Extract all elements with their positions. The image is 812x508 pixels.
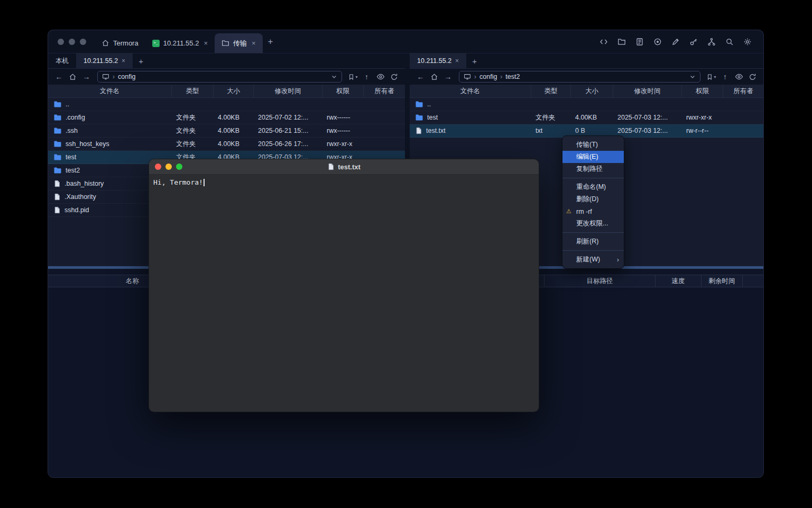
zoom-window-button[interactable]: [80, 39, 86, 45]
menu-item-transfer[interactable]: 传输(T): [562, 139, 624, 151]
file-icon: [327, 163, 335, 170]
column-header-filename[interactable]: 文件名: [410, 85, 531, 97]
tab-transfer[interactable]: 传输 ×: [215, 33, 263, 53]
column-header-type[interactable]: 类型: [172, 85, 214, 97]
file-row[interactable]: .config文件夹4.00KB2025-07-02 12:...rwx----…: [48, 111, 405, 124]
menu-item-refresh[interactable]: 刷新(R): [562, 235, 624, 248]
tab-remote-host[interactable]: 10.211.55.2 ×: [410, 53, 466, 68]
editor-window-controls: [155, 164, 182, 170]
forward-button[interactable]: →: [441, 70, 455, 83]
column-header-mtime[interactable]: 修改时间: [254, 85, 322, 97]
home-button[interactable]: [428, 70, 441, 83]
file-size: 4.00KB: [571, 114, 613, 121]
column-header-size[interactable]: 大小: [214, 85, 254, 97]
close-window-button[interactable]: [155, 164, 161, 170]
tab-remote-host[interactable]: 10.211.55.2 ×: [76, 53, 133, 68]
editor-titlebar[interactable]: test.txt: [149, 159, 539, 175]
folder-icon[interactable]: [615, 35, 628, 48]
file-name-cell: ..: [410, 100, 531, 108]
file-row[interactable]: ..: [410, 98, 763, 111]
show-hidden-files-button[interactable]: [374, 70, 387, 83]
menu-item-rename[interactable]: 重命名(M): [562, 181, 624, 193]
bookmark-button[interactable]: ▾: [346, 70, 359, 83]
column-header-perm[interactable]: 权限: [682, 85, 723, 97]
folder-icon: [53, 153, 62, 161]
left-panel-tabs: 本机 10.211.55.2 × +: [48, 53, 405, 69]
breadcrumb-segment[interactable]: config: [118, 73, 135, 80]
file-mtime: 2025-07-03 12:...: [613, 127, 682, 134]
menu-item-chmod[interactable]: 更改权限...: [562, 217, 624, 230]
search-icon[interactable]: [723, 35, 736, 48]
file-row[interactable]: ..: [48, 98, 405, 111]
key-manager-icon[interactable]: [687, 35, 700, 48]
port-forwarding-icon[interactable]: [705, 35, 718, 48]
path-bar[interactable]: › config › test2: [459, 71, 700, 83]
column-header-mtime[interactable]: 修改时间: [613, 85, 682, 97]
file-perm: rwxr-xr-x: [322, 140, 364, 148]
home-button[interactable]: [66, 70, 79, 83]
edit-icon[interactable]: [669, 35, 682, 48]
bookmark-button[interactable]: ▾: [705, 70, 718, 83]
minimize-window-button[interactable]: [165, 164, 172, 170]
file-row[interactable]: .ssh文件夹4.00KB2025-06-21 15:...rwx------: [48, 124, 405, 138]
chevron-down-icon[interactable]: [689, 74, 696, 80]
breadcrumb-segment[interactable]: test2: [505, 73, 520, 80]
zoom-window-button[interactable]: [176, 164, 182, 170]
code-icon[interactable]: [597, 35, 610, 48]
path-bar[interactable]: › config: [97, 71, 342, 83]
editor-content-area[interactable]: Hi, Termora!: [149, 175, 539, 412]
close-tab-icon[interactable]: ×: [204, 39, 208, 47]
log-icon[interactable]: [633, 35, 646, 48]
menu-item-edit[interactable]: 编辑(E): [562, 151, 624, 163]
desktop: Termora >_ 10.211.55.2 × 传输 × +: [0, 0, 812, 508]
new-tab-button[interactable]: +: [466, 53, 483, 68]
new-tab-button[interactable]: +: [133, 53, 149, 68]
column-header-filename[interactable]: 文件名: [48, 85, 172, 97]
column-header-size[interactable]: 大小: [571, 85, 613, 97]
menu-separator: [562, 250, 624, 251]
menu-item-delete[interactable]: 删除(D): [562, 193, 624, 205]
settings-icon[interactable]: [741, 35, 754, 48]
column-header-type[interactable]: 类型: [531, 85, 571, 97]
refresh-button[interactable]: [746, 70, 759, 83]
refresh-button[interactable]: [387, 70, 401, 83]
file-name: .config: [66, 114, 85, 121]
show-hidden-files-button[interactable]: [732, 70, 745, 83]
file-row[interactable]: ssh_host_keys文件夹4.00KB2025-06-26 17:...r…: [48, 138, 405, 151]
menu-item-rm-rf[interactable]: ⚠rm -rf: [562, 205, 624, 217]
menu-item-label: 刷新(R): [576, 237, 598, 246]
macro-record-icon[interactable]: [651, 35, 664, 48]
tab-termora[interactable]: Termora: [95, 33, 145, 53]
file-perm: rwxr-xr-x: [682, 114, 723, 121]
forward-button[interactable]: →: [80, 70, 93, 83]
column-header-owner[interactable]: 所有者: [723, 85, 763, 97]
file-type: 文件夹: [172, 113, 214, 122]
parent-directory-button[interactable]: ↑: [360, 70, 373, 83]
column-header-perm[interactable]: 权限: [322, 85, 364, 97]
chevron-down-icon[interactable]: [331, 74, 337, 80]
folder-icon: [53, 113, 62, 122]
file-type: 文件夹: [531, 113, 571, 122]
file-name: sshd.pid: [64, 206, 89, 214]
tab-local[interactable]: 本机: [48, 53, 76, 68]
tab-label: 传输: [233, 39, 247, 48]
tab-host-session[interactable]: >_ 10.211.55.2 ×: [145, 33, 215, 53]
file-row[interactable]: test文件夹4.00KB2025-07-03 12:...rwxr-xr-x: [410, 111, 763, 124]
menu-item-new[interactable]: 新建(W)›: [562, 253, 624, 266]
titlebar: Termora >_ 10.211.55.2 × 传输 × +: [48, 30, 763, 53]
tab-label: 10.211.55.2: [417, 57, 451, 65]
close-tab-icon[interactable]: ×: [122, 57, 125, 65]
menu-item-copy-path[interactable]: 复制路径: [562, 163, 624, 175]
minimize-window-button[interactable]: [69, 39, 75, 45]
column-header-owner[interactable]: 所有者: [364, 85, 405, 97]
breadcrumb-segment[interactable]: config: [479, 73, 497, 80]
new-tab-button[interactable]: +: [263, 37, 279, 47]
parent-directory-button[interactable]: ↑: [718, 70, 732, 83]
file-table-header: 文件名 类型 大小 修改时间 权限 所有者: [410, 85, 763, 98]
menu-item-label: 重命名(M): [576, 183, 606, 192]
close-tab-icon[interactable]: ×: [455, 57, 459, 65]
close-tab-icon[interactable]: ×: [252, 39, 256, 47]
back-button[interactable]: ←: [414, 70, 427, 83]
back-button[interactable]: ←: [52, 70, 66, 83]
close-window-button[interactable]: [58, 39, 64, 45]
